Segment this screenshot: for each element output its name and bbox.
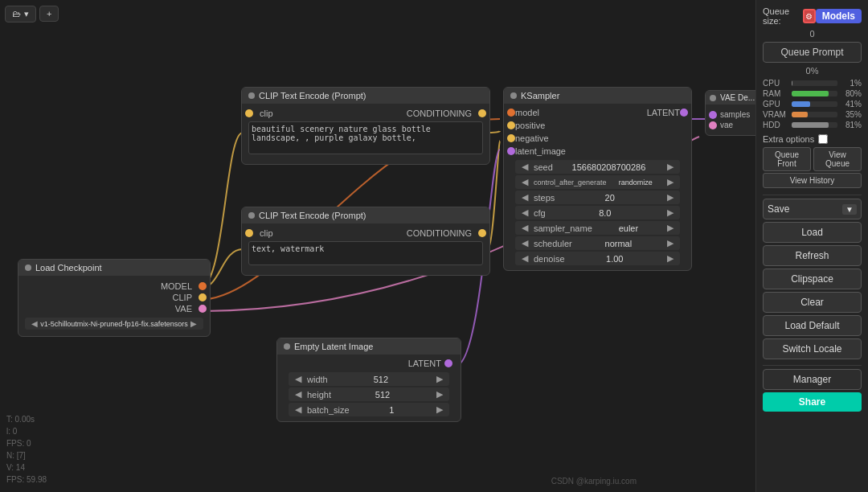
vram-val: 35%: [841, 110, 862, 119]
denoise-slider[interactable]: ◀ denoise 1.00 ▶: [515, 252, 680, 265]
ks-negative-port[interactable]: [507, 134, 515, 142]
ks-positive-port[interactable]: [507, 121, 515, 129]
ks-model-port[interactable]: [507, 109, 515, 117]
clipspace-label: Clipspace: [791, 273, 833, 285]
clip-neg-in-port[interactable]: [245, 229, 253, 237]
steps-right[interactable]: ▶: [665, 192, 676, 203]
height-left[interactable]: ◀: [293, 389, 304, 400]
load-checkpoint-node: Load Checkpoint MODEL CLIP VAE ◀ v1-5chi…: [18, 259, 211, 337]
batch-right[interactable]: ▶: [434, 404, 445, 415]
right-panel: Queue size: ⚙ Models 0 Queue Prompt 0% C…: [755, 0, 868, 492]
queue-prompt-label: Queue Prompt: [780, 47, 843, 58]
ks-latent-in-port[interactable]: [507, 147, 515, 155]
load-checkpoint-body: MODEL CLIP VAE ◀ v1-5chilloutmix-Ni-prun…: [18, 276, 210, 336]
checkpoint-slider[interactable]: ◀ v1-5chilloutmix-Ni-pruned-fp16-fix.saf…: [25, 318, 203, 330]
view-queue-button[interactable]: View Queue: [813, 147, 862, 171]
samples-port[interactable]: [709, 111, 717, 119]
clip-port[interactable]: [199, 293, 207, 301]
steps-slider[interactable]: ◀ steps 20 ▶: [515, 191, 680, 204]
load-label: Load: [801, 227, 823, 238]
queue-front-button[interactable]: Queue Front: [763, 147, 811, 171]
clear-button[interactable]: Clear: [763, 292, 862, 313]
model-output-row: MODEL: [25, 281, 203, 292]
ram-stat: RAM 80%: [763, 89, 862, 98]
stat-v: V: 14: [6, 461, 47, 474]
save-button[interactable]: Save ▼: [763, 199, 862, 219]
latent-out-label: LATENT: [408, 359, 441, 368]
width-label: width: [307, 375, 328, 384]
refresh-button[interactable]: Refresh: [763, 245, 862, 266]
queue-prompt-button[interactable]: Queue Prompt: [763, 42, 862, 63]
samples-label: samples: [720, 110, 750, 119]
steps-value: 20: [555, 193, 665, 203]
cond-neg-out-port[interactable]: [478, 229, 486, 237]
width-left[interactable]: ◀: [293, 374, 304, 384]
clipspace-button[interactable]: Clipspace: [763, 269, 862, 289]
width-right[interactable]: ▶: [434, 374, 445, 384]
scheduler-slider[interactable]: ◀ scheduler normal ▶: [515, 236, 680, 250]
slider-right[interactable]: ▶: [188, 319, 199, 328]
gear-button[interactable]: ⚙: [803, 9, 816, 23]
clip-pos-textarea[interactable]: beautiful scenery nature glass bottle la…: [248, 121, 483, 154]
panel-header-row: Queue size: ⚙ Models: [763, 6, 862, 26]
clip-text-neg-body: clip CONDITIONING text, watermark: [242, 223, 489, 275]
ks-latent-out-port[interactable]: [680, 109, 688, 117]
cfg-slider[interactable]: ◀ cfg 8.0 ▶: [515, 206, 680, 219]
folder-button[interactable]: 🗁 ▾: [5, 6, 36, 23]
models-button[interactable]: Models: [816, 9, 862, 23]
cond-neg-out-label: CONDITIONING: [407, 228, 472, 238]
batch-left[interactable]: ◀: [293, 404, 304, 415]
scheduler-right[interactable]: ▶: [665, 238, 676, 248]
models-label: Models: [822, 10, 855, 22]
batch-slider[interactable]: ◀ batch_size 1 ▶: [289, 403, 449, 416]
sampler-slider[interactable]: ◀ sampler_name euler ▶: [515, 221, 680, 235]
canvas-area[interactable]: 🗁 ▾ + Load Checkpoint MODEL: [0, 0, 755, 492]
load-button[interactable]: Load: [763, 222, 862, 243]
model-port[interactable]: [199, 282, 207, 290]
vae-in-port[interactable]: [709, 121, 717, 129]
latent-out-port[interactable]: [444, 359, 452, 367]
load-default-button[interactable]: Load Default: [763, 315, 862, 336]
empty-latent-title: Empty Latent Image: [294, 342, 373, 351]
ks-negative-label: negative: [515, 133, 549, 143]
cfg-left[interactable]: ◀: [519, 207, 530, 218]
seed-slider[interactable]: ◀ seed 156680208700286 ▶: [515, 160, 680, 174]
cfg-right[interactable]: ▶: [665, 207, 676, 218]
scheduler-label: scheduler: [534, 239, 572, 248]
seed-left[interactable]: ◀: [519, 162, 530, 172]
switch-locale-button[interactable]: Switch Locale: [763, 338, 862, 359]
extra-options-checkbox[interactable]: [818, 134, 828, 144]
scheduler-left[interactable]: ◀: [519, 238, 530, 248]
control-right[interactable]: ▶: [665, 177, 676, 187]
sampler-left[interactable]: ◀: [519, 223, 530, 233]
clip-in-port[interactable]: [245, 109, 253, 117]
width-slider[interactable]: ◀ width 512 ▶: [289, 372, 449, 386]
height-right[interactable]: ▶: [434, 389, 445, 400]
view-queue-label: View Queue: [825, 150, 850, 168]
vae-decode-header: VAE De...: [706, 91, 755, 105]
vae-port[interactable]: [199, 305, 207, 313]
view-history-button[interactable]: View History: [763, 173, 862, 188]
share-button[interactable]: Share: [763, 392, 862, 412]
denoise-right[interactable]: ▶: [665, 253, 676, 264]
clip-neg-textarea[interactable]: text, watermark: [248, 241, 483, 265]
ksampler-body: model LATENT positive negative latent_im…: [504, 104, 691, 270]
empty-latent-body: LATENT ◀ width 512 ▶ ◀ height 512 ▶ ◀ ba…: [277, 355, 461, 421]
save-dropdown-arrow[interactable]: ▼: [842, 204, 857, 215]
node-dot: [248, 212, 255, 219]
manager-button[interactable]: Manager: [763, 369, 862, 390]
ksampler-title: KSampler: [521, 91, 559, 100]
control-left[interactable]: ◀: [519, 177, 530, 187]
control-slider[interactable]: ◀ control_after_generate randomize ▶: [515, 175, 680, 189]
add-button[interactable]: +: [39, 6, 59, 22]
sampler-right[interactable]: ▶: [665, 223, 676, 233]
seed-right[interactable]: ▶: [665, 162, 676, 172]
cond-out-port[interactable]: [478, 109, 486, 117]
slider-left[interactable]: ◀: [29, 319, 40, 328]
ram-label: RAM: [763, 89, 788, 98]
height-slider[interactable]: ◀ height 512 ▶: [289, 387, 449, 401]
top-bar: 🗁 ▾ +: [0, 0, 755, 27]
stat-l: l: 0: [6, 425, 47, 437]
steps-left[interactable]: ◀: [519, 192, 530, 203]
denoise-left[interactable]: ◀: [519, 253, 530, 264]
